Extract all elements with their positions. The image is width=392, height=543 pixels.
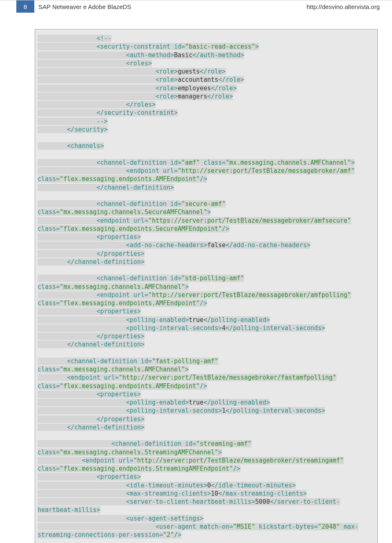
code-content: <!-- <security-constraint id="basic-read… bbox=[38, 34, 375, 539]
code-block: <!-- <security-constraint id="basic-read… bbox=[35, 29, 378, 543]
doc-title: SAP Netweaver e Adobe BlazeDS bbox=[38, 3, 131, 10]
page-number: 8 bbox=[16, 0, 34, 13]
page-header: 8 SAP Netweaver e Adobe BlazeDS http://d… bbox=[0, 0, 392, 13]
site-url: http://desvino.altervista.org bbox=[307, 3, 380, 10]
